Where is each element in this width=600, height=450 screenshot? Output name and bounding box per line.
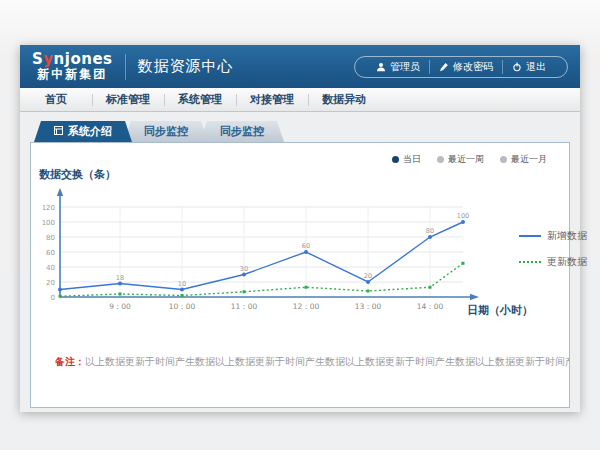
chart-container: 0204060801001209 : 0010 : 0011 : 0012 : … (33, 187, 493, 327)
header-divider (125, 54, 126, 80)
svg-text:100: 100 (457, 212, 469, 220)
svg-text:100: 100 (42, 219, 55, 227)
legend-update-data-label: 更新数据 (547, 255, 587, 269)
filter-today[interactable]: 当日 (392, 153, 421, 166)
svg-text:0: 0 (51, 294, 55, 302)
page-title: 数据资源中心 (138, 57, 234, 76)
svg-text:20: 20 (364, 272, 372, 280)
logout-label: 退出 (526, 60, 546, 74)
footnote-prefix: 备注： (55, 356, 85, 367)
change-password-button[interactable]: 修改密码 (429, 60, 502, 74)
chart-legend: 新增数据 更新数据 (519, 229, 587, 269)
edit-icon (439, 62, 449, 72)
logo-english: Synjones (32, 52, 113, 68)
logout-button[interactable]: 退出 (502, 60, 555, 74)
svg-text:10 : 00: 10 : 00 (169, 302, 196, 311)
radio-unselected-icon (500, 156, 507, 163)
svg-text:9 : 00: 9 : 00 (109, 302, 131, 311)
svg-text:30: 30 (240, 265, 248, 273)
svg-text:12 : 00: 12 : 00 (293, 302, 320, 311)
app-window: Synjones 新中新集团 数据资源中心 管理员 修改密码 退出 首页 标准管… (20, 45, 580, 412)
user-icon (376, 62, 386, 72)
svg-text:120: 120 (42, 204, 55, 212)
svg-text:14 : 00: 14 : 00 (417, 302, 444, 311)
svg-text:20: 20 (46, 279, 55, 287)
nav-item-data-changes[interactable]: 数据异动 (308, 88, 380, 111)
filter-last-month[interactable]: 最近一月 (500, 153, 547, 166)
filter-last-week-label: 最近一周 (448, 153, 484, 166)
svg-text:40: 40 (46, 264, 55, 272)
svg-text:10: 10 (178, 280, 186, 288)
app-header: Synjones 新中新集团 数据资源中心 管理员 修改密码 退出 (20, 45, 580, 88)
footnote-text: 以上数据更新于时间产生数据以上数据更新于时间产生数据以上数据更新于时间产生数据以… (85, 356, 569, 367)
change-password-label: 修改密码 (453, 60, 493, 74)
time-filter: 当日 最近一周 最近一月 (392, 153, 547, 166)
line-chart: 0204060801001209 : 0010 : 0011 : 0012 : … (33, 187, 493, 327)
admin-user-button[interactable]: 管理员 (367, 60, 429, 74)
logo-chinese: 新中新集团 (37, 68, 107, 81)
tab-label: 同步监控 (144, 124, 188, 139)
radio-unselected-icon (437, 156, 444, 163)
x-axis-title: 日期（小时） (467, 303, 533, 318)
svg-text:13 : 00: 13 : 00 (355, 302, 382, 311)
company-logo: Synjones 新中新集团 (32, 52, 113, 80)
tab-sync-monitor-1[interactable]: 同步监控 (124, 121, 208, 142)
svg-text:18: 18 (116, 274, 124, 282)
legend-new-data-label: 新增数据 (547, 229, 587, 243)
nav-item-system-mgmt[interactable]: 系统管理 (164, 88, 236, 111)
legend-new-data[interactable]: 新增数据 (519, 229, 587, 243)
svg-text:60: 60 (46, 249, 55, 257)
tab-bar: 系统介绍 同步监控 同步监控 (34, 121, 284, 142)
tab-sync-monitor-2[interactable]: 同步监控 (200, 121, 284, 142)
nav-item-home[interactable]: 首页 (20, 88, 92, 111)
legend-update-data[interactable]: 更新数据 (519, 255, 587, 269)
filter-last-month-label: 最近一月 (511, 153, 547, 166)
nav-item-standard-mgmt[interactable]: 标准管理 (92, 88, 164, 111)
filter-today-label: 当日 (403, 153, 421, 166)
nav-item-integration-mgmt[interactable]: 对接管理 (236, 88, 308, 111)
content-area: 系统介绍 同步监控 同步监控 当日 最近一周 (20, 112, 580, 412)
form-icon (54, 125, 63, 138)
svg-text:80: 80 (46, 234, 55, 242)
svg-text:60: 60 (302, 242, 310, 250)
footnote: 备注：以上数据更新于时间产生数据以上数据更新于时间产生数据以上数据更新于时间产生… (31, 355, 569, 369)
filter-last-week[interactable]: 最近一周 (437, 153, 484, 166)
chart-panel: 当日 最近一周 最近一月 数据交换（条） 0204060801001209 : … (30, 142, 570, 408)
user-menu: 管理员 修改密码 退出 (354, 56, 568, 78)
admin-label: 管理员 (390, 60, 420, 74)
dotted-line-icon (519, 261, 541, 263)
tab-label: 系统介绍 (68, 124, 112, 139)
radio-selected-icon (392, 156, 399, 163)
tab-system-intro[interactable]: 系统介绍 (34, 121, 132, 142)
power-icon (512, 62, 522, 72)
svg-text:11 : 00: 11 : 00 (231, 302, 258, 311)
main-nav: 首页 标准管理 系统管理 对接管理 数据异动 (20, 88, 580, 112)
solid-line-icon (519, 235, 541, 237)
y-axis-title: 数据交换（条） (39, 167, 116, 182)
svg-text:80: 80 (426, 227, 434, 235)
tab-label: 同步监控 (220, 124, 264, 139)
